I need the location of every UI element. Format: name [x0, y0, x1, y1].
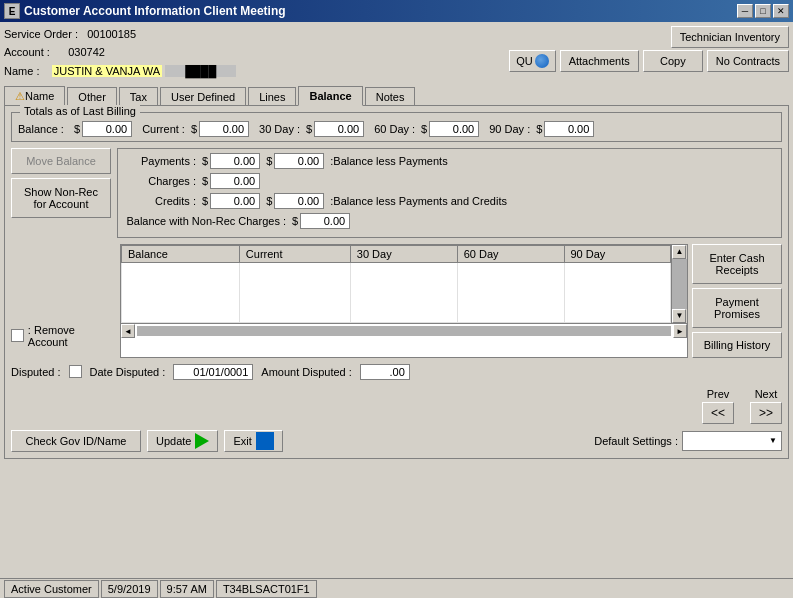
amount-disputed-label: Amount Disputed : [261, 366, 352, 378]
status-active-customer: Active Customer [4, 580, 99, 598]
balance-value: 0.00 [82, 121, 132, 137]
service-order-value: 00100185 [87, 28, 136, 40]
scroll-left-button[interactable]: ◄ [121, 324, 135, 338]
charges-value: 0.00 [210, 173, 260, 189]
status-date: 5/9/2019 [101, 580, 158, 598]
remove-account-label: : Remove Account [28, 324, 116, 348]
minimize-button[interactable]: ─ [737, 4, 753, 18]
amount-disputed-value: .00 [360, 364, 410, 380]
totals-legend: Totals as of Last Billing [20, 105, 140, 117]
qu-label: QU [516, 55, 533, 67]
tab-tax[interactable]: Tax [119, 87, 158, 106]
tab-balance[interactable]: Balance [298, 86, 362, 106]
balance-table: Balance Current 30 Day 60 Day 90 Day [121, 245, 671, 323]
credits-desc: :Balance less Payments and Credits [330, 195, 507, 207]
scrollbar-horizontal: ◄ ► [121, 323, 687, 339]
payment-promises-button[interactable]: Payment Promises [692, 288, 782, 328]
nonrec-value: 0.00 [300, 213, 350, 229]
tab-name[interactable]: ⚠Name [4, 86, 65, 106]
tab-notes[interactable]: Notes [365, 87, 416, 106]
name-label: Name : [4, 65, 39, 77]
enter-cash-receipts-button[interactable]: Enter Cash Receipts [692, 244, 782, 284]
bottom-bar: Check Gov ID/Name Update Exit Default Se… [11, 430, 782, 452]
current-value: 0.00 [199, 121, 249, 137]
remove-account-checkbox[interactable] [11, 329, 24, 342]
scroll-right-button[interactable]: ► [673, 324, 687, 338]
details-panel: Payments : $ 0.00 $ 0.00 :Balance less P… [117, 148, 782, 238]
service-order-label: Service Order : [4, 28, 78, 40]
copy-button[interactable]: Copy [643, 50, 703, 72]
technician-inventory-button[interactable]: Technician Inventory [671, 26, 789, 48]
show-non-rec-button[interactable]: Show Non-Rec for Account [11, 178, 111, 218]
day90-value: 0.00 [544, 121, 594, 137]
payments-value2: 0.00 [274, 153, 324, 169]
prev-label: Prev [707, 388, 730, 400]
col-current: Current [239, 245, 350, 262]
day60-label: 60 Day : [374, 123, 415, 135]
date-disputed-value: 01/01/0001 [173, 364, 253, 380]
current-label: Current : [142, 123, 185, 135]
check-gov-button[interactable]: Check Gov ID/Name [11, 430, 141, 452]
default-settings-dropdown[interactable]: ▼ [682, 431, 782, 451]
dropdown-arrow-icon: ▼ [769, 436, 777, 445]
no-contracts-button[interactable]: No Contracts [707, 50, 789, 72]
scroll-down-button[interactable]: ▼ [672, 309, 686, 323]
default-settings: Default Settings : ▼ [594, 431, 782, 451]
title-bar: E Customer Account Information Client Me… [0, 0, 793, 22]
day60-value: 0.00 [429, 121, 479, 137]
prev-button[interactable]: << [702, 402, 734, 424]
totals-group: Totals as of Last Billing Balance : $ 0.… [11, 112, 782, 142]
account-value: 030742 [68, 46, 105, 58]
table-body [122, 262, 671, 322]
window-title: Customer Account Information Client Meet… [24, 4, 286, 18]
name-redacted: ████ [165, 65, 236, 77]
col-90day: 90 Day [564, 245, 671, 262]
credits-label: Credits : [126, 195, 196, 207]
update-button[interactable]: Update [147, 430, 218, 452]
disputed-row: Disputed : Date Disputed : 01/01/0001 Am… [11, 362, 782, 382]
content-area: Totals as of Last Billing Balance : $ 0.… [4, 105, 789, 459]
disputed-checkbox[interactable] [69, 365, 82, 378]
name-value: JUSTIN & VANJA WA [52, 65, 162, 77]
credits-value1: 0.00 [210, 193, 260, 209]
default-settings-label: Default Settings : [594, 435, 678, 447]
col-balance: Balance [122, 245, 240, 262]
qu-circle-icon [535, 54, 549, 68]
charges-label: Charges : [126, 175, 196, 187]
tab-lines[interactable]: Lines [248, 87, 296, 106]
exit-button[interactable]: Exit [224, 430, 282, 452]
status-time: 9:57 AM [160, 580, 214, 598]
billing-history-button[interactable]: Billing History [692, 332, 782, 358]
next-button[interactable]: >> [750, 402, 782, 424]
data-table-container: Balance Current 30 Day 60 Day 90 Day [120, 244, 688, 358]
move-balance-button[interactable]: Move Balance [11, 148, 111, 174]
payments-desc: :Balance less Payments [330, 155, 447, 167]
app-icon: E [4, 3, 20, 19]
date-disputed-label: Date Disputed : [90, 366, 166, 378]
tab-user-defined[interactable]: User Defined [160, 87, 246, 106]
service-info: Service Order : 00100185 Account : 03074… [4, 26, 236, 81]
maximize-button[interactable]: □ [755, 4, 771, 18]
close-button[interactable]: ✕ [773, 4, 789, 18]
tabs-row: ⚠Name Other Tax User Defined Lines Balan… [4, 85, 789, 105]
balance-label: Balance : [18, 123, 68, 135]
payments-label: Payments : [126, 155, 196, 167]
right-action-buttons: Enter Cash Receipts Payment Promises Bil… [692, 244, 782, 358]
left-buttons: Move Balance Show Non-Rec for Account [11, 148, 111, 238]
scroll-up-button[interactable]: ▲ [672, 245, 686, 259]
main-window: Service Order : 00100185 Account : 03074… [0, 22, 793, 598]
attachments-button[interactable]: Attachments [560, 50, 639, 72]
next-label: Next [755, 388, 778, 400]
disputed-label: Disputed : [11, 366, 61, 378]
tab-other[interactable]: Other [67, 87, 117, 106]
col-30day: 30 Day [350, 245, 457, 262]
account-label: Account : [4, 46, 50, 58]
update-arrow-icon [195, 433, 209, 449]
day30-label: 30 Day : [259, 123, 300, 135]
top-right-buttons: Technician Inventory QU Attachments Copy… [509, 26, 789, 72]
payments-value1: 0.00 [210, 153, 260, 169]
qu-button[interactable]: QU [509, 50, 556, 72]
nonrec-label: Balance with Non-Rec Charges : [126, 215, 286, 227]
exit-icon [256, 432, 274, 450]
status-bar: Active Customer 5/9/2019 9:57 AM T34BLSA… [0, 578, 793, 598]
